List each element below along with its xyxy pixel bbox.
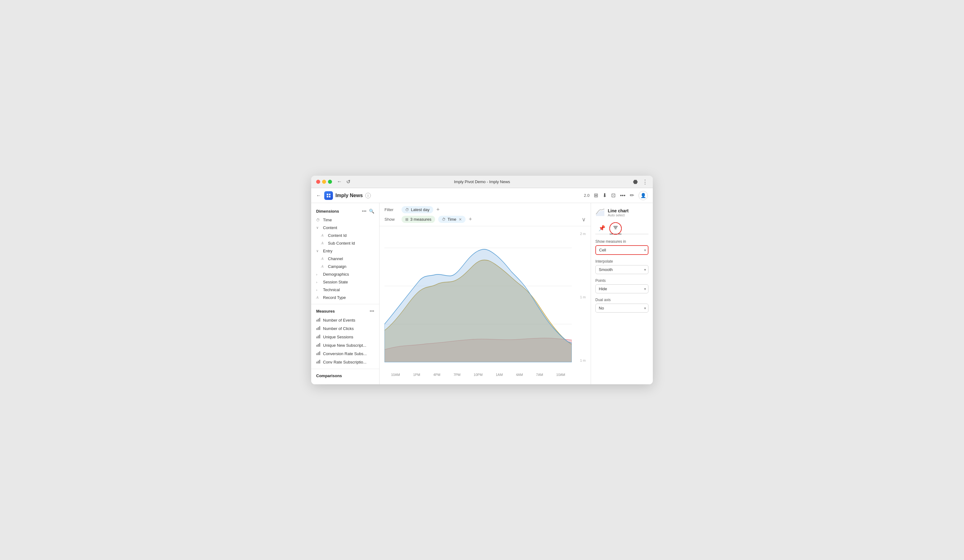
unique-sessions-label: Unique Sessions — [323, 334, 353, 339]
filter-label: Filter — [384, 207, 399, 212]
info-icon[interactable]: i — [365, 193, 371, 198]
sidebar-group-demographics[interactable]: › Demographics — [311, 270, 379, 278]
session-state-toggle-arrow: › — [316, 280, 321, 284]
svg-rect-7 — [316, 328, 318, 330]
sidebar-group-content[interactable]: ∨ Content — [311, 224, 379, 232]
user-avatar[interactable]: 👤 — [638, 191, 648, 200]
x-label-7pm: 7PM — [453, 373, 461, 377]
sidebar-item-conversion-rate-subs[interactable]: Conversion Rate Subs... — [311, 349, 379, 358]
interpolate-field: Interpolate Smooth Linear Step — [595, 259, 648, 274]
version-badge: 2.0 — [584, 193, 589, 198]
grid-icon[interactable]: ⊞ — [594, 192, 598, 199]
titlebar-actions: ⬣ ⋮ — [633, 179, 648, 185]
svg-rect-21 — [319, 360, 320, 364]
sidebar-item-time[interactable]: ⏱ Time — [311, 216, 379, 224]
sidebar-divider-2 — [311, 369, 379, 369]
expand-icon[interactable]: ∨ — [582, 216, 586, 223]
dual-axis-select[interactable]: No Yes — [595, 304, 648, 313]
unique-new-subscript-label: Unique New Subscript... — [323, 343, 366, 348]
technical-group-label: Technical — [323, 287, 340, 292]
sidebar-item-record-type[interactable]: A Record Type — [311, 294, 379, 302]
dimensions-search-icon[interactable]: 🔍 — [369, 209, 374, 214]
sidebar-divider — [311, 304, 379, 304]
x-label-1pm: 1PM — [413, 373, 420, 377]
svg-rect-3 — [329, 196, 331, 197]
sidebar-item-channel[interactable]: A Channel — [311, 255, 379, 263]
sidebar-item-num-events[interactable]: Number of Events — [311, 316, 379, 325]
minimize-button[interactable] — [322, 180, 326, 184]
show-add-button[interactable]: + — [469, 216, 472, 222]
layers-icon[interactable]: ⊡ — [611, 192, 616, 199]
filter-chip-label: Latest day — [411, 207, 430, 212]
filter-add-button[interactable]: + — [436, 206, 440, 213]
app-back-button[interactable]: ← — [316, 193, 321, 198]
content-group-label: Content — [323, 226, 337, 230]
comparisons-section-header: Comparisons — [311, 372, 379, 380]
maximize-button[interactable] — [328, 180, 332, 184]
close-button[interactable] — [316, 180, 320, 184]
interpolate-select[interactable]: Smooth Linear Step — [595, 265, 648, 274]
svg-rect-27 — [615, 229, 617, 229]
filter-chip-latest-day[interactable]: ⏱ Latest day — [402, 206, 433, 213]
sidebar-item-unique-sessions[interactable]: Unique Sessions — [311, 333, 379, 341]
dual-axis-label: Dual axis — [595, 298, 648, 302]
more-icon[interactable]: ⋮ — [642, 179, 648, 185]
dimensions-actions: ••• 🔍 — [362, 209, 374, 214]
edit-icon[interactable]: ✏ — [630, 192, 634, 199]
back-nav-icon[interactable]: ← — [337, 179, 342, 185]
app-logo-icon — [324, 191, 333, 200]
dimensions-label: Dimensions — [316, 209, 362, 214]
puzzle-icon[interactable]: ⬣ — [633, 179, 638, 185]
app-window: ← ↺ Imply Pivot Demo - Imply News ⬣ ⋮ ← … — [311, 176, 653, 384]
x-label-7am: 7AM — [536, 373, 543, 377]
sidebar-item-conv-rate-subscriptio[interactable]: Conv Rate Subscriptio... — [311, 358, 379, 366]
refresh-nav-icon[interactable]: ↺ — [346, 179, 350, 185]
sub-content-id-icon: A — [321, 241, 326, 245]
sidebar-group-technical[interactable]: › Technical — [311, 286, 379, 294]
x-label-10pm: 10PM — [474, 373, 483, 377]
channel-icon: A — [321, 256, 326, 261]
num-events-icon — [316, 318, 321, 323]
sidebar-item-campaign-label: Campaign — [328, 264, 346, 269]
chart-type-name: Line chart — [608, 208, 629, 213]
sidebar-item-unique-new-subscript[interactable]: Unique New Subscript... — [311, 341, 379, 349]
show-chip-measures[interactable]: ⊞ 3 measures — [402, 216, 435, 223]
num-clicks-icon — [316, 326, 321, 331]
window-title: Imply Pivot Demo - Imply News — [454, 179, 510, 184]
show-chip-time-remove[interactable]: ✕ — [459, 217, 462, 222]
show-label: Show — [384, 217, 399, 222]
download-icon[interactable]: ⬇ — [602, 192, 607, 199]
svg-rect-2 — [327, 196, 328, 197]
filter-clock-icon: ⏱ — [405, 208, 409, 212]
show-chip-time[interactable]: ⏱ Time ✕ — [438, 216, 466, 223]
dual-axis-field: Dual axis No Yes — [595, 298, 648, 313]
x-label-1am: 1AM — [496, 373, 503, 377]
svg-rect-1 — [329, 194, 331, 195]
more-options-icon[interactable]: ••• — [620, 192, 625, 199]
record-type-icon: A — [316, 295, 321, 300]
sidebar-item-num-clicks[interactable]: Number of Clicks — [311, 325, 379, 333]
right-panel: Line chart Auto select 📌 — [591, 203, 653, 384]
sidebar-item-content-id[interactable]: A Content Id — [311, 232, 379, 239]
content-toggle-arrow: ∨ — [316, 226, 321, 230]
sidebar-group-session-state[interactable]: › Session State — [311, 278, 379, 286]
panel-tab-pin[interactable]: 📌 — [595, 223, 608, 234]
panel-tab-filter[interactable] — [610, 223, 622, 234]
chart-type-header: Line chart Auto select — [595, 207, 648, 218]
filter-bar: Filter ⏱ Latest day + Show ⊞ 3 measures … — [379, 203, 591, 226]
points-field: Points Hide Show — [595, 278, 648, 293]
measures-section-header: Measures ••• — [311, 307, 379, 315]
sidebar-group-entry[interactable]: ∨ Entry — [311, 247, 379, 255]
sidebar-item-sub-content-id[interactable]: A Sub Content Id — [311, 239, 379, 247]
dimensions-more-icon[interactable]: ••• — [362, 209, 366, 214]
sidebar-item-campaign[interactable]: A Campaign — [311, 263, 379, 270]
show-measures-in-select-wrapper: Cell Row Column — [595, 245, 648, 255]
points-select[interactable]: Hide Show — [595, 284, 648, 293]
show-measures-in-select[interactable]: Cell Row Column — [595, 245, 648, 255]
svg-rect-5 — [318, 319, 319, 321]
sidebar-item-channel-label: Channel — [328, 256, 343, 261]
y-label-1m-top: 1 m — [580, 295, 586, 299]
svg-rect-26 — [614, 227, 617, 228]
measures-more-icon[interactable]: ••• — [370, 308, 374, 313]
session-state-group-label: Session State — [323, 280, 348, 284]
